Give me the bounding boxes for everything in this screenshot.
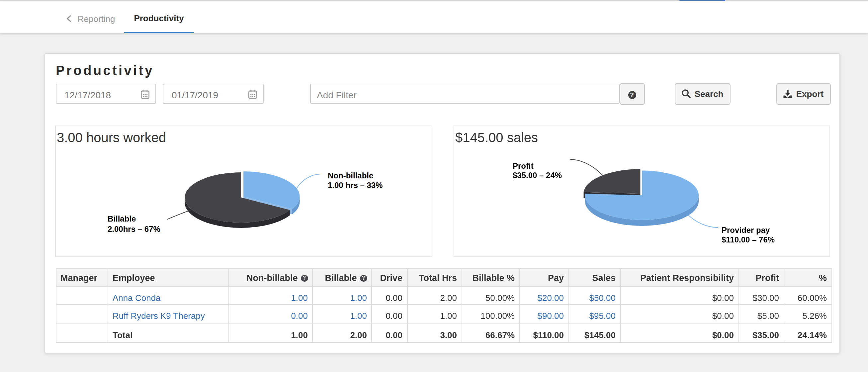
svg-text:Provider pay: Provider pay	[721, 225, 770, 234]
svg-text:2.00hrs – 67%: 2.00hrs – 67%	[107, 224, 160, 233]
svg-text:$110.00 – 76%: $110.00 – 76%	[721, 235, 774, 244]
svg-text:3.00 hours worked: 3.00 hours worked	[57, 130, 166, 145]
svg-text:$145.00 sales: $145.00 sales	[455, 130, 537, 145]
svg-text:Profit: Profit	[513, 161, 533, 170]
svg-text:Non-billable: Non-billable	[328, 171, 373, 180]
svg-text:1.00 hrs – 33%: 1.00 hrs – 33%	[328, 180, 382, 189]
svg-text:$35.00 – 24%: $35.00 – 24%	[513, 170, 561, 179]
svg-text:Billable: Billable	[107, 214, 136, 223]
